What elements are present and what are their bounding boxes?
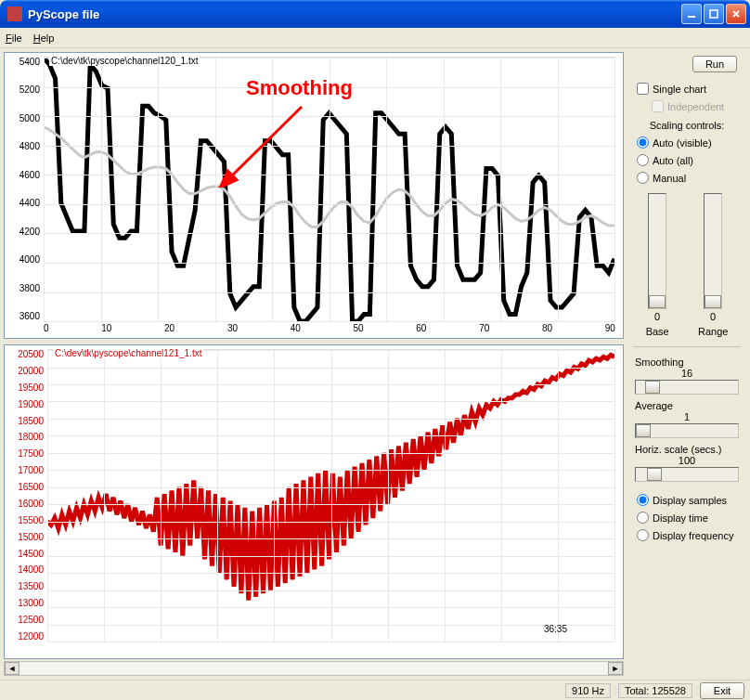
average-label: Average	[635, 400, 739, 411]
chart2-filepath: C:\dev\tk\pyscope\channel121_1.txt	[53, 348, 203, 358]
single-chart-label: Single chart	[653, 84, 706, 95]
app-icon	[7, 6, 22, 21]
maximize-button[interactable]	[704, 4, 724, 24]
scroll-left-arrow[interactable]: ◄	[5, 662, 19, 675]
single-chart-checkbox[interactable]	[637, 83, 649, 95]
statusbar: 910 Hz Total: 125528 Exit	[0, 680, 750, 700]
chart2-yaxis: 2050020000195001900018500180001750017000…	[5, 349, 47, 642]
scroll-track[interactable]	[19, 662, 608, 675]
svg-rect-1	[710, 10, 718, 18]
annotation-smoothing: Smoothing	[246, 76, 353, 100]
base-value: 0	[654, 311, 660, 322]
scaling-controls-label: Scaling controls:	[631, 117, 743, 132]
chart-top: 5400520050004800460044004200400038003600…	[4, 52, 624, 339]
auto-visible-label: Auto (visible)	[653, 137, 712, 149]
auto-visible-radio[interactable]	[637, 136, 649, 149]
independent-checkbox	[652, 100, 664, 112]
chart-bottom: 2050020000195001900018500180001750017000…	[4, 344, 624, 659]
exit-button[interactable]: Exit	[700, 682, 744, 699]
chart2-plotarea	[47, 349, 615, 642]
auto-all-label: Auto (all)	[653, 155, 693, 166]
menubar: File Help	[0, 28, 750, 48]
svg-rect-0	[688, 16, 695, 18]
display-frequency-label: Display frequency	[653, 530, 733, 541]
close-button[interactable]	[726, 4, 746, 24]
display-frequency-radio[interactable]	[637, 529, 649, 541]
horizontal-scrollbar[interactable]: ◄ ►	[4, 661, 624, 676]
average-slider[interactable]	[635, 423, 739, 438]
scroll-right-arrow[interactable]: ►	[608, 662, 623, 675]
horiz-scale-value: 100	[635, 455, 739, 466]
chart1-xaxis: 0102030405060708090	[44, 323, 615, 336]
independent-label: Independent	[667, 101, 724, 112]
window-title: PyScope file	[28, 7, 99, 21]
range-value: 0	[710, 311, 716, 322]
status-total: Total: 125528	[618, 683, 692, 698]
menu-help[interactable]: Help	[33, 32, 55, 44]
smoothing-slider[interactable]	[635, 380, 739, 395]
horiz-scale-label: Horiz. scale (secs.)	[635, 444, 739, 455]
average-value: 1	[635, 411, 739, 422]
base-label: Base	[646, 326, 669, 337]
status-hz: 910 Hz	[565, 683, 611, 698]
manual-radio[interactable]	[637, 172, 649, 184]
menu-file[interactable]: File	[6, 32, 22, 44]
chart1-yaxis: 5400520050004800460044004200400038003600	[5, 57, 44, 321]
smoothing-value: 16	[635, 368, 739, 379]
manual-label: Manual	[653, 173, 686, 184]
titlebar: PyScope file	[0, 0, 750, 28]
chart1-filepath: C:\dev\tk\pyscope\channel120_1.txt	[49, 56, 200, 66]
run-button[interactable]: Run	[692, 56, 737, 72]
chart2-time-label: 36:35	[544, 624, 567, 634]
auto-all-radio[interactable]	[637, 154, 649, 166]
display-samples-radio[interactable]	[637, 494, 649, 506]
base-slider[interactable]	[648, 193, 666, 309]
range-label: Range	[698, 326, 728, 337]
minimize-button[interactable]	[681, 4, 702, 24]
display-time-label: Display time	[653, 512, 708, 524]
controls-panel: Run Single chart Independent Scaling con…	[627, 48, 750, 680]
range-slider[interactable]	[704, 193, 722, 309]
smoothing-label: Smoothing	[635, 356, 739, 368]
horiz-scale-slider[interactable]	[635, 467, 739, 482]
display-time-radio[interactable]	[637, 512, 649, 524]
display-samples-label: Display samples	[653, 495, 727, 506]
